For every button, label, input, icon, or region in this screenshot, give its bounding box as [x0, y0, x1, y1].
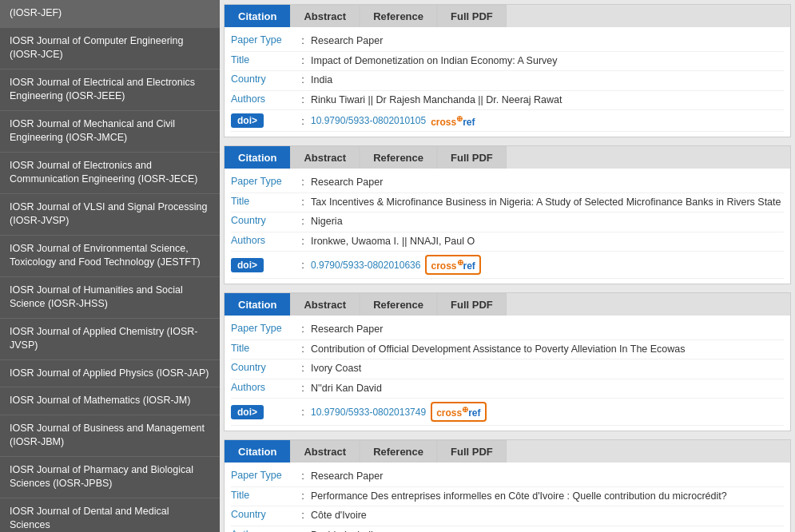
tab-abstract-2[interactable]: Abstract — [290, 293, 360, 316]
tab-citation-1[interactable]: Citation — [225, 146, 290, 169]
doi-colon-0: : — [295, 115, 311, 127]
tab-bar-2: CitationAbstractReferenceFull PDF — [225, 293, 790, 316]
sidebar-item-1[interactable]: IOSR Journal of Computer Engineering (IO… — [0, 28, 220, 69]
authors-row-3: Authors:Bechio Isabelle — [231, 526, 784, 533]
title-label-1: Title — [231, 196, 295, 207]
doi-button-1[interactable]: doi> — [231, 258, 264, 272]
paper-type-value-0: Research Paper — [311, 34, 784, 49]
crossref-logo-1[interactable]: cross⊕ref — [425, 255, 480, 275]
sidebar-item-3[interactable]: IOSR Journal of Mechanical and Civil Eng… — [0, 111, 220, 153]
authors-row-0: Authors:Rinku Tiwari || Dr Rajesh Mancha… — [231, 91, 784, 111]
country-value-0: India — [311, 73, 784, 88]
sidebar-item-2[interactable]: IOSR Journal of Electrical and Electroni… — [0, 69, 220, 111]
tab-reference-3[interactable]: Reference — [360, 440, 437, 463]
country-row-1: Country:Nigeria — [231, 212, 784, 232]
colon-3: : — [295, 470, 311, 482]
sidebar-item-12[interactable]: IOSR Journal of Pharmacy and Biological … — [0, 457, 220, 498]
paper-type-row-1: Paper Type:Research Paper — [231, 173, 784, 193]
sidebar-item-10[interactable]: IOSR Journal of Mathematics (IOSR-JM) — [0, 387, 220, 415]
doi-row-2: doi>:10.9790/5933-0802013749cross⊕ref — [231, 399, 784, 426]
paper-type-value-3: Research Paper — [311, 470, 784, 484]
doi-colon-1: : — [295, 259, 311, 271]
article-card-0: CitationAbstractReferenceFull PDFPaper T… — [224, 4, 791, 137]
doi-row-1: doi>:0.9790/5933-0802010636cross⊕ref — [231, 252, 784, 279]
paper-type-row-0: Paper Type:Research Paper — [231, 32, 784, 52]
colon-0: : — [295, 93, 311, 105]
country-value-3: Côte d'Ivoire — [311, 509, 784, 523]
sidebar-item-13[interactable]: IOSR Journal of Dental and Medical Scien… — [0, 498, 220, 533]
country-label-0: Country — [231, 73, 295, 85]
doi-colon-2: : — [295, 406, 311, 418]
sidebar-item-6[interactable]: IOSR Journal of Environmental Science, T… — [0, 236, 220, 277]
tab-full-pdf-2[interactable]: Full PDF — [437, 293, 507, 316]
article-body-0: Paper Type:Research PaperTitle:Impact of… — [225, 27, 790, 137]
paper-type-row-2: Paper Type:Research Paper — [231, 320, 784, 340]
title-value-1: Tax Incentives & Microfinance Business i… — [311, 196, 784, 210]
tab-full-pdf-0[interactable]: Full PDF — [437, 5, 507, 27]
doi-link-0[interactable]: 10.9790/5933-0802010105 — [311, 115, 426, 126]
tab-reference-2[interactable]: Reference — [360, 293, 437, 316]
sidebar-item-4[interactable]: IOSR Journal of Electronics and Communic… — [0, 153, 220, 194]
tab-abstract-3[interactable]: Abstract — [290, 440, 360, 463]
doi-button-0[interactable]: doi> — [231, 113, 264, 128]
tab-citation-2[interactable]: Citation — [225, 293, 290, 316]
title-value-0: Impact of Demonetization on Indian Econo… — [311, 54, 784, 69]
tab-abstract-1[interactable]: Abstract — [290, 146, 360, 169]
title-label-0: Title — [231, 54, 295, 66]
sidebar-item-0[interactable]: (IOSR-JEF) — [0, 0, 220, 28]
colon-2: : — [295, 382, 311, 394]
tab-full-pdf-3[interactable]: Full PDF — [437, 440, 507, 463]
tab-full-pdf-1[interactable]: Full PDF — [437, 146, 507, 169]
article-card-1: CitationAbstractReferenceFull PDFPaper T… — [224, 145, 791, 284]
colon-3: : — [295, 490, 311, 502]
main-content: CitationAbstractReferenceFull PDFPaper T… — [220, 0, 795, 532]
colon-1: : — [295, 176, 311, 188]
doi-link-2[interactable]: 10.9790/5933-0802013749 — [311, 407, 426, 418]
title-label-2: Title — [231, 343, 295, 354]
authors-row-1: Authors:Ironkwe, Uwaoma I. || NNAJI, Pau… — [231, 232, 784, 252]
crossref-text-2: cross⊕ref — [436, 405, 480, 419]
authors-label-3: Authors — [231, 529, 295, 533]
doi-link-1[interactable]: 0.9790/5933-0802010636 — [311, 260, 420, 271]
authors-value-2: N''dri Kan David — [311, 382, 784, 396]
article-card-2: CitationAbstractReferenceFull PDFPaper T… — [224, 292, 791, 431]
colon-1: : — [295, 235, 311, 247]
country-value-2: Ivory Coast — [311, 362, 784, 376]
colon-0: : — [295, 34, 311, 46]
sidebar-item-11[interactable]: IOSR Journal of Business and Management … — [0, 415, 220, 457]
tab-reference-1[interactable]: Reference — [360, 146, 437, 169]
authors-value-3: Bechio Isabelle — [311, 529, 784, 533]
article-body-3: Paper Type:Research PaperTitle:Performan… — [225, 463, 790, 532]
tab-abstract-0[interactable]: Abstract — [290, 5, 360, 27]
sidebar-item-7[interactable]: IOSR Journal of Humanities and Social Sc… — [0, 277, 220, 319]
crossref-logo-0[interactable]: cross⊕ref — [431, 114, 475, 128]
crossref-text-1: cross⊕ref — [431, 258, 475, 272]
authors-row-2: Authors:N''dri Kan David — [231, 379, 784, 399]
tab-bar-3: CitationAbstractReferenceFull PDF — [225, 440, 790, 463]
country-label-1: Country — [231, 215, 295, 226]
paper-type-label-0: Paper Type — [231, 34, 295, 46]
paper-type-value-2: Research Paper — [311, 323, 784, 337]
authors-label-1: Authors — [231, 235, 295, 246]
authors-value-1: Ironkwe, Uwaoma I. || NNAJI, Paul O — [311, 235, 784, 249]
tab-citation-3[interactable]: Citation — [225, 440, 290, 463]
sidebar-item-9[interactable]: IOSR Journal of Applied Physics (IOSR-JA… — [0, 360, 220, 388]
country-row-0: Country:India — [231, 71, 784, 91]
title-value-2: Contribution of Official Development Ass… — [311, 343, 784, 357]
authors-label-2: Authors — [231, 382, 295, 393]
doi-button-2[interactable]: doi> — [231, 405, 264, 419]
country-value-1: Nigeria — [311, 215, 784, 229]
tab-citation-0[interactable]: Citation — [225, 5, 290, 27]
crossref-logo-2[interactable]: cross⊕ref — [431, 402, 486, 422]
sidebar-item-5[interactable]: IOSR Journal of VLSI and Signal Processi… — [0, 194, 220, 236]
colon-2: : — [295, 343, 311, 355]
tab-reference-0[interactable]: Reference — [360, 5, 437, 27]
sidebar-item-8[interactable]: IOSR Journal of Applied Chemistry (IOSR-… — [0, 319, 220, 360]
country-label-3: Country — [231, 509, 295, 520]
doi-row-0: doi>:10.9790/5933-0802010105cross⊕ref — [231, 110, 784, 132]
title-row-2: Title:Contribution of Official Developme… — [231, 340, 784, 360]
title-row-0: Title:Impact of Demonetization on Indian… — [231, 52, 784, 72]
crossref-text-0: cross⊕ref — [431, 114, 475, 128]
paper-type-label-2: Paper Type — [231, 323, 295, 334]
authors-label-0: Authors — [231, 93, 295, 105]
